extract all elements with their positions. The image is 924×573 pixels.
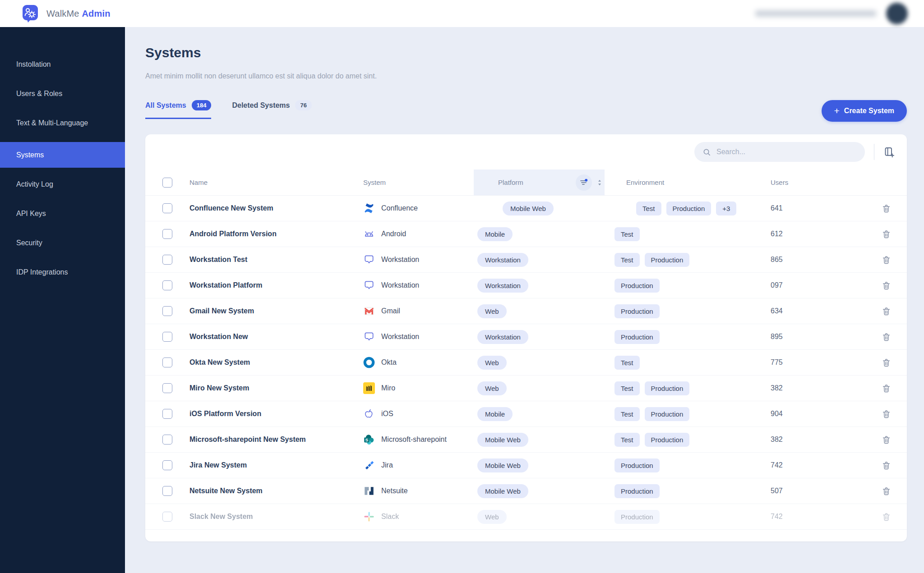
trash-icon[interactable]	[882, 435, 891, 445]
main-content: Systems Amet minim mollit non deserunt u…	[125, 27, 924, 573]
sidebar-item-idp-integrations[interactable]: IDP Integrations	[0, 262, 125, 283]
row-checkbox[interactable]	[162, 280, 172, 290]
users-count: 775	[771, 358, 783, 367]
environment-badge: Test	[614, 356, 640, 370]
trash-icon[interactable]	[882, 486, 891, 496]
sidebar-item-api-keys[interactable]: API Keys	[0, 203, 125, 224]
row-checkbox[interactable]	[162, 332, 172, 342]
column-header-system[interactable]: System	[363, 179, 386, 186]
trash-icon[interactable]	[882, 255, 891, 265]
trash-icon[interactable]	[882, 204, 891, 213]
trash-icon[interactable]	[882, 332, 891, 342]
system-name: Android Platform Version	[189, 230, 277, 238]
system-name: Workstation New	[189, 333, 248, 341]
row-checkbox[interactable]	[162, 409, 172, 419]
sidebar-item-users-roles[interactable]: Users & Roles	[0, 83, 125, 104]
sidebar-item-text-multi-language[interactable]: Text & Multi-Language	[0, 113, 125, 133]
environment-badge: +3	[716, 202, 736, 215]
table-row[interactable]: Netsuite New System Netsuite Mobile Web …	[145, 478, 907, 504]
table-row[interactable]: Slack New System Slack Web Production 74…	[145, 504, 907, 530]
tab-count-badge: 184	[192, 100, 212, 110]
confluence-icon	[363, 202, 375, 214]
row-checkbox[interactable]	[162, 460, 172, 470]
trash-icon[interactable]	[882, 384, 891, 393]
environment-badge: Production	[614, 510, 660, 524]
column-header-platform[interactable]: Platform	[498, 179, 523, 186]
row-checkbox[interactable]	[162, 358, 172, 367]
system-type-label: Miro	[381, 384, 395, 392]
row-checkbox[interactable]	[162, 229, 172, 239]
table-row[interactable]: Confluence New System Confluence Mobile …	[145, 196, 907, 221]
tab-deleted-systems[interactable]: Deleted Systems 76	[232, 100, 312, 119]
tab-all-systems[interactable]: All Systems 184	[145, 100, 211, 119]
header-right	[755, 3, 908, 24]
sidebar-item-security[interactable]: Security	[0, 233, 125, 253]
netsuite-icon	[363, 485, 375, 497]
sort-icon[interactable]	[596, 179, 603, 186]
table-row[interactable]: Workstation Platform Workstation Worksta…	[145, 273, 907, 298]
environment-badge: Test	[614, 253, 640, 267]
row-checkbox[interactable]	[162, 383, 172, 393]
table-row[interactable]: Workstation New Workstation Workstation …	[145, 324, 907, 350]
slack-icon	[363, 511, 375, 523]
environment-badge: Test	[614, 407, 640, 421]
users-count: 382	[771, 435, 783, 444]
search-icon	[702, 148, 711, 156]
system-name: Jira New System	[189, 461, 247, 469]
system-type-label: Okta	[381, 358, 397, 367]
table-row[interactable]: Gmail New System Gmail Web Production 63…	[145, 298, 907, 324]
system-name: Confluence New System	[189, 204, 273, 212]
create-system-button[interactable]: + Create System	[822, 100, 907, 122]
system-type-label: Slack	[381, 513, 399, 521]
column-header-name[interactable]: Name	[189, 179, 208, 186]
row-checkbox[interactable]	[162, 486, 172, 496]
workstation-icon	[363, 254, 375, 266]
user-avatar[interactable]	[886, 3, 908, 24]
table-row[interactable]: Android Platform Version Android Mobile …	[145, 221, 907, 247]
system-name: Slack New System	[189, 513, 253, 521]
environment-badge: Production	[614, 330, 660, 344]
trash-icon[interactable]	[882, 461, 891, 470]
table-row[interactable]: iOS Platform Version iOS Mobile TestProd…	[145, 401, 907, 427]
row-checkbox[interactable]	[162, 512, 172, 522]
trash-icon[interactable]	[882, 281, 891, 290]
trash-icon[interactable]	[882, 409, 891, 419]
table-row[interactable]: Okta New System Okta Web Test 775	[145, 350, 907, 376]
table-row[interactable]: Miro New System Miro Web TestProduction …	[145, 376, 907, 401]
system-type-label: Netsuite	[381, 487, 408, 495]
users-count: 742	[771, 513, 783, 521]
row-checkbox[interactable]	[162, 306, 172, 316]
platform-badge: Mobile Web	[477, 484, 528, 498]
search-input[interactable]	[716, 148, 857, 156]
table-row[interactable]: Microsoft-sharepoint New System S Micros…	[145, 427, 907, 453]
table-row[interactable]: Workstation Test Workstation Workstation…	[145, 247, 907, 273]
column-header-users[interactable]: Users	[771, 179, 788, 186]
table-row[interactable]: Jira New System Jira Mobile Web Producti…	[145, 453, 907, 478]
row-checkbox[interactable]	[162, 255, 172, 265]
system-type-label: Microsoft-sharepoint	[381, 435, 447, 444]
walkme-logo-icon	[20, 4, 40, 23]
column-header-environment[interactable]: Environment	[626, 179, 664, 186]
filter-icon[interactable]	[576, 174, 592, 191]
system-name: Okta New System	[189, 358, 250, 367]
sidebar-item-activity-log[interactable]: Activity Log	[0, 174, 125, 195]
trash-icon[interactable]	[882, 307, 891, 316]
sharepoint-icon: S	[363, 434, 375, 445]
platform-badge: Workstation	[477, 253, 528, 267]
select-all-checkbox[interactable]	[162, 178, 172, 188]
system-name: Gmail New System	[189, 307, 254, 315]
sidebar-item-instollation[interactable]: Instollation	[0, 54, 125, 75]
system-name: Miro New System	[189, 384, 249, 392]
trash-icon[interactable]	[882, 229, 891, 239]
toolbar-divider	[874, 144, 874, 160]
trash-icon[interactable]	[882, 358, 891, 367]
row-checkbox[interactable]	[162, 203, 172, 213]
users-count: 612	[771, 230, 783, 238]
table-body: Confluence New System Confluence Mobile …	[145, 196, 907, 530]
system-name: Workstation Test	[189, 256, 247, 264]
sidebar-item-systems[interactable]: Systems	[0, 142, 125, 168]
trash-icon[interactable]	[882, 512, 891, 522]
top-header: WalkMe Admin	[0, 0, 924, 27]
row-checkbox[interactable]	[162, 435, 172, 445]
add-column-icon[interactable]	[883, 146, 896, 158]
